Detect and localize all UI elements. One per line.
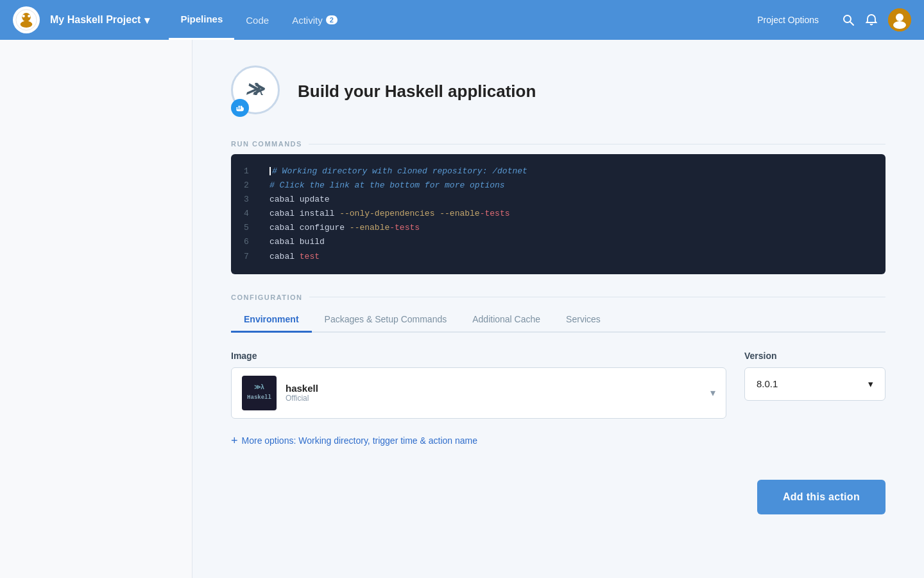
line-num-3: 3 [244, 193, 259, 207]
svg-point-9 [893, 21, 906, 29]
line-num-7: 7 [244, 250, 259, 264]
image-version-row: Image ≫λ Haskell haskell Official ▾ [231, 351, 886, 419]
run-commands-label: RUN COMMANDS [231, 140, 886, 148]
svg-line-6 [850, 22, 853, 25]
nav-pipelines[interactable]: Pipelines [169, 0, 234, 40]
nav-activity[interactable]: Activity 2 [280, 0, 349, 40]
tab-cache[interactable]: Additional Cache [459, 308, 553, 333]
svg-rect-15 [238, 106, 240, 107]
version-chevron-icon: ▾ [868, 378, 873, 390]
add-action-button[interactable]: Add this action [757, 480, 886, 514]
search-icon[interactable] [842, 13, 855, 26]
header-right: Project Options [757, 8, 911, 31]
code-content-5: cabal configure --enable-tests [270, 221, 420, 235]
image-label: Image [231, 351, 726, 361]
version-dropdown[interactable]: 8.0.1 ▾ [744, 367, 886, 401]
project-options-link[interactable]: Project Options [757, 15, 819, 25]
haskell-logo-text: ≫λ Haskell [247, 383, 271, 402]
config-tabs: Environment Packages & Setup Commands Ad… [231, 308, 886, 333]
image-name: haskell [286, 383, 701, 394]
svg-point-4 [28, 15, 30, 17]
code-content-4: cabal install --only-dependencies --enab… [270, 207, 510, 221]
image-dropdown[interactable]: ≫λ Haskell haskell Official ▾ [231, 367, 726, 419]
page-icon-wrap: ≫ λ [231, 66, 282, 117]
svg-point-8 [896, 13, 903, 21]
code-line-3: 3 cabal update [231, 193, 886, 207]
line-num-2: 2 [244, 179, 259, 193]
project-name[interactable]: My Haskell Project ▾ [50, 14, 150, 26]
code-line-5: 5 cabal configure --enable-tests [231, 221, 886, 235]
page-header: ≫ λ Build your Haskell application [231, 66, 886, 117]
tab-packages[interactable]: Packages & Setup Commands [312, 308, 460, 333]
code-editor[interactable]: 1 # Working directory with cloned reposi… [231, 154, 886, 274]
image-info: haskell Official [286, 383, 701, 403]
code-content-3: cabal update [270, 193, 330, 207]
configuration-label: CONFIGURATION [231, 293, 886, 301]
line-num-4: 4 [244, 207, 259, 221]
code-line-2: 2 # Click the link at the bottom for mor… [231, 179, 886, 193]
configuration-section: CONFIGURATION Environment Packages & Set… [231, 293, 886, 448]
image-chevron-icon: ▾ [710, 387, 715, 399]
tab-environment[interactable]: Environment [231, 308, 312, 333]
chevron-down-icon: ▾ [144, 14, 150, 26]
bell-icon[interactable] [865, 13, 878, 26]
submit-row: Add this action [231, 473, 886, 514]
code-line-1: 1 # Working directory with cloned reposi… [231, 164, 886, 179]
docker-icon [231, 99, 249, 117]
code-line-7: 7 cabal test [231, 250, 886, 264]
code-line-6: 6 cabal build [231, 235, 886, 249]
more-options-link[interactable]: + More options: Working directory, trigg… [231, 434, 886, 448]
svg-point-3 [22, 15, 25, 17]
code-content-1: # Working directory with cloned reposito… [270, 164, 527, 179]
page-title: Build your Haskell application [298, 82, 536, 101]
plus-icon: + [231, 434, 238, 448]
code-content-7: cabal test [270, 250, 320, 264]
image-official-tag: Official [286, 394, 701, 403]
code-line-4: 4 cabal install --only-dependencies --en… [231, 207, 886, 221]
svg-point-2 [21, 21, 33, 28]
version-value: 8.0.1 [757, 378, 778, 389]
svg-rect-12 [236, 107, 238, 109]
main-layout: ≫ λ Build your Haskell application RUN C… [0, 40, 924, 578]
header: My Haskell Project ▾ Pipelines Code Acti… [0, 0, 924, 40]
tab-services[interactable]: Services [553, 308, 613, 333]
cursor [270, 167, 271, 175]
line-num-6: 6 [244, 235, 259, 249]
nav-code[interactable]: Code [234, 0, 280, 40]
version-group: Version 8.0.1 ▾ [744, 351, 886, 419]
main-nav: Pipelines Code Activity 2 [169, 0, 757, 40]
sidebar [0, 40, 193, 578]
image-group: Image ≫λ Haskell haskell Official ▾ [231, 351, 726, 419]
line-num-5: 5 [244, 221, 259, 235]
code-content-2: # Click the link at the bottom for more … [270, 179, 505, 193]
user-avatar[interactable] [888, 8, 911, 31]
svg-text:λ: λ [254, 79, 263, 99]
line-num-1: 1 [244, 164, 259, 179]
more-options-text: More options: Working directory, trigger… [242, 435, 478, 446]
logo[interactable] [13, 6, 40, 33]
content-area: ≫ λ Build your Haskell application RUN C… [193, 40, 924, 578]
code-content-6: cabal build [270, 235, 325, 249]
image-thumbnail: ≫λ Haskell [242, 376, 277, 410]
activity-badge: 2 [326, 15, 338, 24]
version-label: Version [744, 351, 886, 361]
svg-rect-13 [238, 107, 240, 109]
